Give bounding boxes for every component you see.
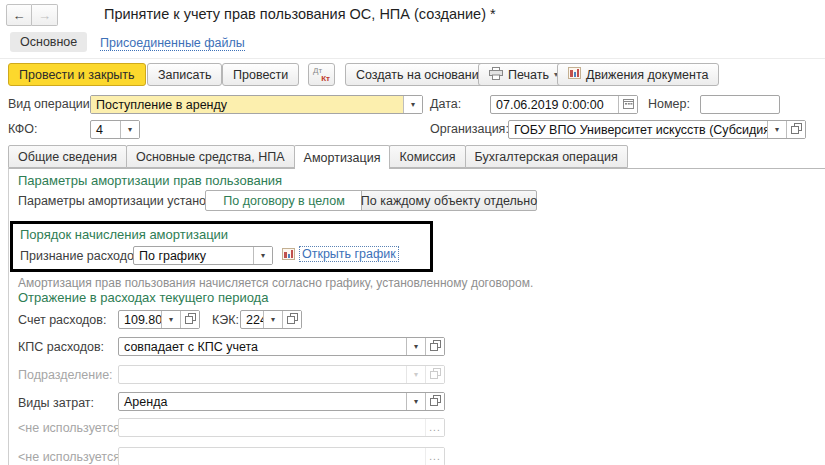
schedule-chart-icon [282, 248, 295, 263]
cost-types-combobox[interactable]: Аренда ▾ [118, 392, 445, 411]
set-params-label: Параметры амортизации установить: [18, 194, 235, 208]
unused-field-value [119, 419, 425, 436]
kfo-value: 4 [91, 121, 120, 138]
reflection-section-title: Отражение в расходах текущего периода [18, 290, 268, 305]
calendar-icon [623, 98, 634, 112]
department-dropdown-button: ▾ [406, 366, 425, 383]
forward-button[interactable]: → [32, 4, 58, 26]
tab-fixed-assets[interactable]: Основные средства, НПА [126, 145, 295, 168]
expense-account-label: Счет расходов: [18, 313, 106, 327]
post-label: Провести [233, 68, 288, 82]
organization-dropdown-button[interactable]: ▾ [767, 121, 786, 138]
tab-label: Общие сведения [18, 150, 117, 164]
tab-label: Амортизация [304, 151, 381, 165]
expense-account-value: 109.80 [119, 311, 161, 328]
date-field[interactable]: 07.06.2019 0:00:00 [490, 95, 638, 114]
document-tabs: Общие сведения Основные средства, НПА Ам… [8, 145, 628, 169]
doc-movements-button[interactable]: Движения документа [557, 63, 719, 86]
post-and-close-button[interactable]: Провести и закрыть [8, 63, 146, 86]
department-value [119, 366, 406, 383]
open-schedule-link[interactable]: Открыть график [299, 246, 399, 262]
date-label: Дата: [430, 97, 461, 111]
cost-types-label: Виды затрат: [18, 396, 94, 410]
back-button[interactable]: ← [6, 4, 32, 26]
kek-combobox[interactable]: 224 ▾ [240, 310, 302, 329]
kfo-combobox[interactable]: 4 ▾ [90, 120, 140, 139]
chevron-down-icon: ▾ [411, 100, 415, 109]
tab-general-info[interactable]: Общие сведения [8, 145, 127, 168]
schedule-hint-text: Амортизация прав пользования начисляется… [18, 276, 533, 290]
kek-dropdown-button[interactable]: ▾ [263, 311, 282, 328]
open-icon [430, 395, 441, 409]
cost-types-dropdown-button[interactable]: ▾ [406, 393, 425, 410]
date-value: 07.06.2019 0:00:00 [491, 96, 618, 113]
doc-movements-icon [568, 67, 581, 82]
post-and-close-label: Провести и закрыть [19, 68, 135, 82]
number-label: Номер: [648, 97, 690, 111]
kfo-label: КФО: [8, 122, 38, 136]
post-button[interactable]: Провести [222, 63, 299, 86]
save-label: Записать [158, 68, 211, 82]
ellipsis-icon: ... [429, 422, 440, 433]
open-icon [287, 313, 298, 327]
organization-open-button[interactable] [786, 121, 805, 138]
cost-types-open-button[interactable] [425, 393, 444, 410]
recognition-label: Признание расходов: [20, 249, 144, 263]
toggle-by-contract[interactable]: По договору в целом [205, 190, 363, 211]
back-arrow-icon: ← [13, 8, 26, 23]
kfo-dropdown-button[interactable]: ▾ [120, 121, 139, 138]
tab-label: Комиссия [399, 150, 455, 164]
kek-open-button[interactable] [282, 311, 301, 328]
kek-label: КЭК: [212, 313, 239, 327]
toggle-by-each-object[interactable]: По каждому объекту отдельно [361, 190, 537, 211]
chevron-down-icon: ▾ [128, 125, 132, 134]
order-section-title: Порядок начисления амортизации [20, 227, 228, 242]
tab-main[interactable]: Основное [10, 32, 87, 52]
number-input[interactable] [700, 95, 780, 114]
params-section-title: Параметры амортизации прав пользования [18, 173, 282, 188]
expense-account-combobox[interactable]: 109.80 ▾ [118, 310, 200, 329]
unused-field-2: ... [118, 447, 445, 465]
open-icon [430, 368, 441, 382]
operation-type-dropdown-button[interactable]: ▾ [403, 96, 422, 113]
tab-amortization[interactable]: Амортизация [294, 145, 391, 169]
kps-dropdown-button[interactable]: ▾ [406, 338, 425, 355]
operation-type-combobox[interactable]: Поступление в аренду ▾ [90, 95, 423, 114]
print-button[interactable]: Печать ▾ [478, 63, 569, 86]
unused-ellipsis-button: ... [425, 419, 444, 436]
chevron-down-icon: ▾ [169, 315, 173, 324]
ellipsis-icon: ... [429, 451, 440, 462]
unused-field-label: <не используется>: [18, 421, 131, 435]
recognition-combobox[interactable]: По графику ▾ [133, 246, 273, 265]
kps-open-button[interactable] [425, 338, 444, 355]
expense-account-dropdown-button[interactable]: ▾ [161, 311, 180, 328]
kps-label: КПС расходов: [18, 340, 104, 354]
print-label: Печать [508, 68, 549, 82]
expense-account-open-button[interactable] [180, 311, 199, 328]
kt-icon: Кт [321, 74, 330, 83]
kek-value: 224 [241, 311, 263, 328]
printer-icon [489, 67, 503, 83]
dtkt-button[interactable]: Дт Кт [308, 63, 335, 86]
cost-types-value: Аренда [119, 393, 406, 410]
open-icon [185, 313, 196, 327]
forward-arrow-icon: → [38, 8, 51, 23]
recognition-value: По графику [134, 247, 253, 264]
chevron-down-icon: ▾ [261, 251, 265, 260]
tab-commission[interactable]: Комиссия [389, 145, 465, 168]
chevron-down-icon: ▾ [271, 315, 275, 324]
open-icon [430, 340, 441, 354]
kps-placeholder: совпадает с КПС учета [119, 338, 406, 355]
attached-files-link[interactable]: Присоединенные файлы [100, 36, 245, 51]
chevron-down-icon: ▾ [775, 125, 779, 134]
unused-field-1: ... [118, 418, 445, 437]
calendar-button[interactable] [618, 96, 637, 113]
organization-combobox[interactable]: ГОБУ ВПО Университет искусств (Субсидия)… [508, 120, 806, 139]
save-button[interactable]: Записать [147, 63, 222, 86]
kps-combobox[interactable]: совпадает с КПС учета ▾ [118, 337, 445, 356]
tab-accounting-operation[interactable]: Бухгалтерская операция [465, 145, 628, 168]
unused-field-label: <не используется>: [18, 450, 131, 464]
recognition-dropdown-button[interactable]: ▾ [253, 247, 272, 264]
unused-field-value [119, 448, 425, 465]
page-title: Принятие к учету прав пользования ОС, НП… [104, 6, 496, 22]
